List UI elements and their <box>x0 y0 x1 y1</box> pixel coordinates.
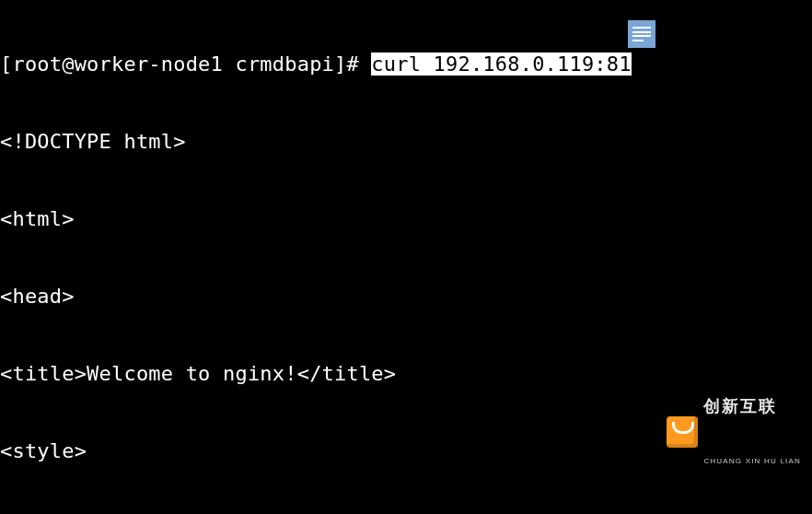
output-line: <title>Welcome to nginx!</title> <box>0 361 812 387</box>
text-selection-indicator-icon <box>628 20 655 48</box>
watermark-cn: 创新互联 <box>703 398 801 415</box>
output-line: <!DOCTYPE html> <box>0 129 812 155</box>
prompt-line: [root@worker-node1 crmdbapi]# curl 192.1… <box>0 52 812 77</box>
shell-prompt: [root@worker-node1 crmdbapi]# <box>0 53 371 76</box>
output-line: <style> <box>0 438 812 464</box>
output-line: <head> <box>0 284 812 310</box>
shell-command-selected[interactable]: curl 192.168.0.119:81 <box>371 53 631 76</box>
terminal-window[interactable]: [root@worker-node1 crmdbapi]# curl 192.1… <box>0 0 812 514</box>
output-line: <html> <box>0 206 812 232</box>
